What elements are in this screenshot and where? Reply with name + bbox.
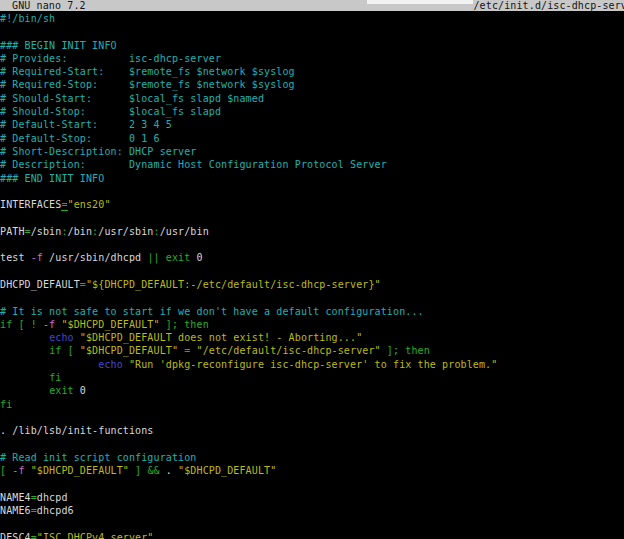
code-line: # Read init script configuration [0, 451, 624, 464]
file-path: /etc/init.d/isc-dhcp-serv [473, 0, 624, 11]
code-segment: echo [98, 359, 123, 370]
code-segment: "$DHCPD_DEFAULT does not exist! - Aborti… [80, 332, 362, 343]
code-segment [0, 372, 49, 383]
code-line [0, 25, 624, 38]
code-segment: test [0, 252, 31, 263]
code-segment: # Should-Stop: $local_fs slapd [0, 106, 221, 117]
code-segment [0, 332, 49, 343]
code-line: ### END INIT INFO [0, 172, 624, 185]
code-line [0, 291, 624, 304]
code-segment: 0 [190, 252, 202, 263]
code-segment: then [405, 345, 430, 356]
code-segment: "ISC DHCPv4 server" [37, 532, 154, 539]
code-segment: exit [49, 385, 74, 396]
code-line [0, 411, 624, 424]
nano-titlebar: GNU nano 7.2 /etc/init.d/isc-dhcp-serv [0, 0, 624, 11]
code-segment: NAME4 [0, 492, 31, 503]
code-segment: DHCPD_DEFAULT [0, 279, 80, 290]
code-segment: "$DHCPD_DEFAULT" [80, 345, 178, 356]
code-line: # Description: Dynamic Host Configuratio… [0, 158, 624, 171]
code-line: NAME4=dhcpd [0, 491, 624, 504]
code-line: DHCPD_DEFAULT="${DHCPD_DEFAULT:-/etc/def… [0, 278, 624, 291]
code-line: ### BEGIN INIT INFO [0, 39, 624, 52]
code-line: [ -f "$DHCPD_DEFAULT" ] && . "$DHCPD_DEF… [0, 464, 624, 477]
code-line: if [ ! -f "$DHCPD_DEFAULT" ]; then [0, 318, 624, 331]
code-segment: INTERFACES [0, 199, 61, 210]
code-segment [0, 345, 49, 356]
editor-buffer[interactable]: #!/bin/sh ### BEGIN INIT INFO# Provides:… [0, 12, 624, 539]
code-line: PATH=/sbin:/bin:/usr/sbin:/usr/bin [0, 225, 624, 238]
code-segment: -f [43, 319, 55, 330]
code-segment: ]; [166, 319, 178, 330]
code-segment: if [ [0, 319, 25, 330]
code-segment: /sbin [31, 226, 62, 237]
code-line [0, 438, 624, 451]
code-segment: PATH [0, 226, 25, 237]
code-segment: ]; [387, 345, 399, 356]
code-segment: # Description: Dynamic Host Configuratio… [0, 159, 387, 170]
code-segment: -f [31, 252, 43, 263]
code-segment: || [147, 252, 159, 263]
code-line: fi [0, 371, 624, 384]
code-line: INTERFACES="ens20" [0, 198, 624, 211]
code-segment: . /lib/lsb/init-functions [0, 425, 154, 436]
code-segment: exit [166, 252, 191, 263]
code-line: # Default-Start: 2 3 4 5 [0, 118, 624, 131]
code-segment [0, 359, 98, 370]
code-segment: "$DHCPD_DEFAULT" [31, 465, 129, 476]
code-segment: "/etc/default/isc-dhcp-server" [197, 345, 381, 356]
code-line: echo "Run 'dpkg-reconfigure isc-dhcp-ser… [0, 358, 624, 371]
code-segment: dhcpd6 [37, 505, 74, 516]
code-line: # Should-Stop: $local_fs slapd [0, 105, 624, 118]
code-line: # Short-Description: DHCP server [0, 145, 624, 158]
code-line: # Default-Stop: 0 1 6 [0, 132, 624, 145]
code-segment: # Should-Start: $local_fs slapd $named [0, 93, 264, 104]
code-segment: /bin [68, 226, 93, 237]
code-line: DESC4="ISC DHCPv4 server" [0, 531, 624, 539]
code-line [0, 211, 624, 224]
code-line [0, 517, 624, 530]
code-segment: # Provides: isc-dhcp-server [0, 53, 221, 64]
code-segment: NAME6 [0, 505, 31, 516]
code-line [0, 477, 624, 490]
code-segment: # Default-Start: 2 3 4 5 [0, 119, 172, 130]
code-line [0, 185, 624, 198]
code-line: # Provides: isc-dhcp-server [0, 52, 624, 65]
code-segment: /usr/sbin [98, 226, 153, 237]
code-segment: echo [49, 332, 74, 343]
code-segment: && [147, 465, 159, 476]
code-segment: DESC4 [0, 532, 31, 539]
code-line: # It is not safe to start if we don't ha… [0, 305, 624, 318]
code-line: fi [0, 398, 624, 411]
code-segment: "ens20" [68, 199, 111, 210]
code-segment: fi [0, 399, 12, 410]
code-line: # Required-Stop: $remote_fs $network $sy… [0, 78, 624, 91]
code-line: echo "$DHCPD_DEFAULT does not exist! - A… [0, 331, 624, 344]
code-segment: . [160, 465, 178, 476]
code-segment: # Required-Start: $remote_fs $network $s… [0, 66, 295, 77]
code-line: NAME6=dhcpd6 [0, 504, 624, 517]
code-segment: "Run 'dpkg-reconfigure isc-dhcp-server' … [129, 359, 497, 370]
code-line: test -f /usr/sbin/dhcpd || exit 0 [0, 251, 624, 264]
code-line [0, 265, 624, 278]
code-segment: # Short-Description: DHCP server [0, 146, 197, 157]
code-segment: "${DHCPD_DEFAULT:-/etc/default/isc-dhcp-… [86, 279, 381, 290]
terminal-screen: { "app": { "name_version": "GNU nano 7.2… [0, 0, 624, 539]
code-line: if [ "$DHCPD_DEFAULT" = "/etc/default/is… [0, 344, 624, 357]
code-segment: #!/bin/sh [0, 13, 55, 24]
code-line: # Required-Start: $remote_fs $network $s… [0, 65, 624, 78]
code-segment [0, 385, 49, 396]
code-segment: 0 [74, 385, 86, 396]
code-segment: ### BEGIN INIT INFO [0, 40, 117, 51]
code-line: exit 0 [0, 384, 624, 397]
code-segment: then [184, 319, 209, 330]
code-segment: -f [12, 465, 24, 476]
code-segment: "$DHCPD_DEFAULT" [61, 319, 159, 330]
code-segment: if [ [49, 345, 74, 356]
code-segment: "$DHCPD_DEFAULT" [178, 465, 276, 476]
code-segment: /usr/bin [160, 226, 209, 237]
code-segment: # Required-Stop: $remote_fs $network $sy… [0, 79, 295, 90]
code-segment: dhcpd [37, 492, 68, 503]
code-line: . /lib/lsb/init-functions [0, 424, 624, 437]
code-segment: ### END INIT INFO [0, 173, 104, 184]
